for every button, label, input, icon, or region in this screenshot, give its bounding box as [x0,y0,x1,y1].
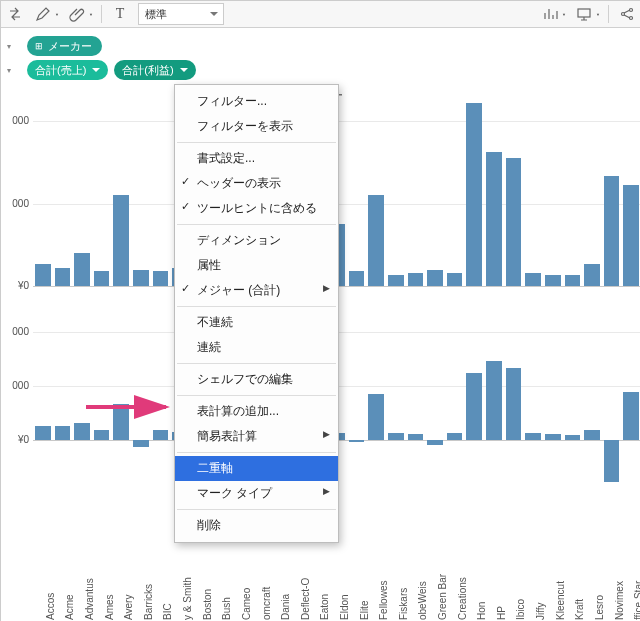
menu-item[interactable]: 連続 [175,335,338,360]
bar[interactable] [408,434,424,440]
rows-shelf[interactable]: ▾ 合計(売上) 合計(利益) [7,60,635,80]
pill-dimension-maker[interactable]: ⊞ メーカー [27,36,102,56]
menu-separator [177,142,336,143]
bar[interactable] [427,440,443,445]
menu-item[interactable]: 属性 [175,253,338,278]
bar[interactable] [506,368,522,440]
bar[interactable] [525,273,541,286]
bar[interactable] [113,195,129,287]
bar[interactable] [447,433,463,440]
check-icon: ✓ [181,175,190,188]
category-label: Eaton [319,594,321,620]
bar[interactable] [466,373,482,440]
shelf-dropdown-icon[interactable]: ▾ [7,42,21,51]
presentation-icon[interactable] [574,4,594,24]
category-label: Kleencut [555,581,557,620]
menu-item[interactable]: マーク タイプ▶ [175,481,338,506]
shelf-dropdown-icon[interactable]: ▾ [7,66,21,75]
bar[interactable] [153,430,169,440]
y-tick-label: 000 [12,198,29,209]
bar[interactable] [133,270,149,286]
menu-item[interactable]: 簡易表計算▶ [175,424,338,449]
category-label: Fiskars [398,588,400,620]
menu-item[interactable]: 削除 [175,513,338,538]
bar[interactable] [349,440,365,442]
menu-item[interactable]: シェルフでの編集 [175,367,338,392]
category-label: Deflect-O [300,578,302,620]
category-label: Barricks [143,584,145,620]
bar[interactable] [525,433,541,440]
menu-separator [177,363,336,364]
category-label: Dania [280,594,282,620]
bar[interactable] [74,423,90,440]
menu-item[interactable]: 二重軸 [175,456,338,481]
bar[interactable] [133,440,149,447]
bar[interactable] [113,404,129,440]
bar[interactable] [486,361,502,440]
bar[interactable] [584,430,600,440]
bar[interactable] [427,270,443,286]
bar[interactable] [35,426,51,440]
bar[interactable] [604,176,620,286]
menu-item[interactable]: ディメンション [175,228,338,253]
menu-item[interactable]: フィルターを表示 [175,114,338,139]
bar[interactable] [368,394,384,440]
menu-separator [177,452,336,453]
bar[interactable] [565,435,581,440]
bar[interactable] [584,264,600,286]
category-label: Advantus [84,578,86,620]
bar[interactable] [545,434,561,440]
bar[interactable] [408,273,424,286]
pill-label: 合計(売上) [35,63,86,78]
menu-item[interactable]: 表計算の追加... [175,399,338,424]
toolbar: ▼ ▼ T 標準 ▼ ▼ [1,1,640,28]
menu-separator [177,306,336,307]
bar[interactable] [466,103,482,286]
category-label: HP [496,606,498,620]
menu-item[interactable]: メジャー (合計)✓▶ [175,278,338,303]
bar[interactable] [604,440,620,482]
bar[interactable] [74,253,90,286]
menu-item[interactable]: ヘッダーの表示✓ [175,171,338,196]
clip-icon[interactable] [67,4,87,24]
category-label: Eldon [339,594,341,620]
category-label: BIC [162,603,164,620]
pill-measure-profit[interactable]: 合計(利益) [114,60,195,80]
text-tool-icon[interactable]: T [110,4,130,24]
bar[interactable] [94,430,110,440]
bar[interactable] [388,433,404,440]
bar[interactable] [623,185,639,286]
pill-measure-sales[interactable]: 合計(売上) [27,60,108,80]
category-label: omcraft [261,587,263,620]
bars-icon[interactable] [540,4,560,24]
bar[interactable] [94,271,110,286]
style-select[interactable]: 標準 [138,3,224,25]
dimension-icon: ⊞ [35,41,43,51]
share-icon[interactable] [617,4,637,24]
bar[interactable] [506,158,522,286]
bar[interactable] [623,392,639,440]
category-label: Boston [202,589,204,620]
menu-item[interactable]: ツールヒントに含める✓ [175,196,338,221]
menu-item[interactable]: フィルター... [175,89,338,114]
category-label: Jiffy [535,602,537,620]
bar[interactable] [55,268,71,286]
bar[interactable] [55,426,71,440]
columns-shelf[interactable]: ▾ ⊞ メーカー [7,36,635,56]
bar[interactable] [486,152,502,286]
bar[interactable] [368,195,384,287]
toolbar-separator [101,5,102,23]
bar[interactable] [388,275,404,286]
pencil-icon[interactable] [33,4,53,24]
bar[interactable] [35,264,51,286]
bar[interactable] [545,275,561,286]
bar[interactable] [447,273,463,286]
menu-item[interactable]: 書式設定... [175,146,338,171]
category-label: Acme [64,594,66,620]
bar[interactable] [349,271,365,286]
swap-icon[interactable] [5,4,25,24]
category-label: Fellowes [378,581,380,620]
bar[interactable] [153,271,169,286]
bar[interactable] [565,275,581,286]
menu-item[interactable]: 不連続 [175,310,338,335]
